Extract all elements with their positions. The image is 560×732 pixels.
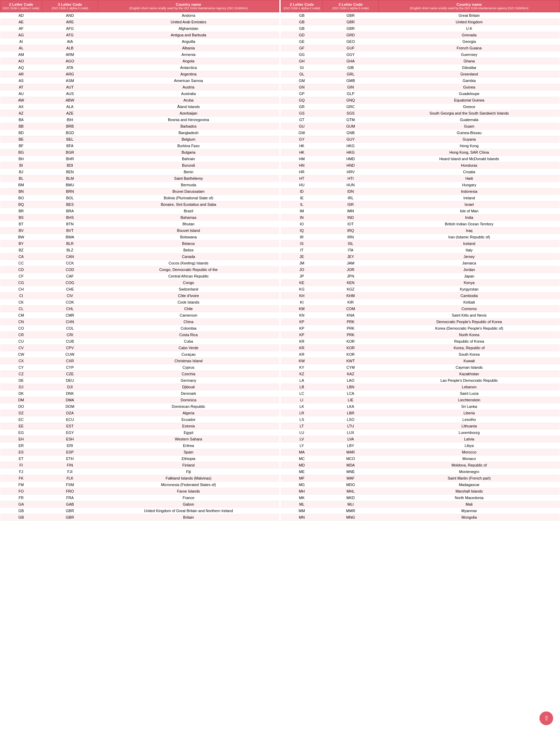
cell-country: Canada: [98, 253, 279, 260]
table-row: ISISLIceland: [281, 240, 560, 247]
cell-country: French Guiana: [378, 45, 560, 51]
cell-2letter: AS: [0, 78, 42, 84]
cell-country: Guinea-Bissau: [378, 130, 560, 136]
cell-3letter: MHL: [323, 488, 379, 495]
table-row: KHKHMCambodia: [281, 293, 560, 299]
cell-3letter: BEL: [42, 136, 98, 143]
cell-2letter: AG: [0, 32, 42, 38]
cell-country: Guyana: [378, 136, 560, 143]
cell-3letter: ECU: [42, 416, 98, 423]
table-row: DJDJIDjibouti: [0, 384, 279, 390]
cell-2letter: AE: [0, 19, 42, 25]
cell-3letter: GRD: [323, 32, 379, 38]
cell-2letter: LK: [281, 403, 322, 410]
table-row: MFMAFSaint Martin (French part): [281, 475, 560, 482]
table-row: CVCPVCabo Verde: [0, 345, 279, 351]
cell-2letter: BV: [0, 227, 42, 234]
cell-2letter: GW: [281, 130, 322, 136]
table-row: CICIVCôte d'Ivoire: [0, 293, 279, 299]
cell-3letter: HKG: [323, 149, 379, 156]
table-row: BWBWABotswana: [0, 234, 279, 240]
cell-3letter: ESH: [42, 436, 98, 442]
table-row: DODOMDominican Republic: [0, 403, 279, 410]
cell-2letter: HN: [281, 162, 322, 169]
table-row: MEMNEMontenegro: [281, 469, 560, 475]
cell-2letter: AR: [0, 71, 42, 78]
cell-country: Morocco: [378, 449, 560, 456]
cell-3letter: AZE: [42, 110, 98, 117]
cell-3letter: DMA: [42, 397, 98, 403]
cell-country: Saint Kitts and Nevis: [378, 312, 560, 319]
cell-country: Mongolia: [378, 514, 560, 521]
cell-2letter: LB: [281, 384, 322, 390]
cell-2letter: IO: [281, 221, 322, 227]
cell-2letter: MC: [281, 456, 322, 462]
cell-2letter: JO: [281, 267, 322, 273]
cell-country: Indonesia: [378, 188, 560, 195]
cell-3letter: BGR: [42, 149, 98, 156]
cell-country: Afghanistan: [98, 25, 279, 32]
cell-2letter: BN: [0, 188, 42, 195]
cell-country: Ethiopia: [98, 456, 279, 462]
cell-3letter: LBN: [323, 384, 379, 390]
cell-country: Falkland Islands (Malvinas): [98, 475, 279, 482]
cell-country: Armenia: [98, 51, 279, 58]
cell-country: Marshall Islands: [378, 488, 560, 495]
table-row: HRHRVCroatia: [281, 169, 560, 175]
cell-3letter: BRB: [42, 123, 98, 130]
cell-2letter: BL: [0, 175, 42, 182]
cell-3letter: LCA: [323, 390, 379, 397]
table-row: AXALAÅland Islands: [0, 104, 279, 110]
table-row: LYLBYLibya: [281, 442, 560, 449]
cell-2letter: BE: [0, 136, 42, 143]
cell-3letter: BFA: [42, 143, 98, 149]
table-row: AQATAAntarctica: [0, 64, 279, 71]
table-row: FIFINFinland: [0, 462, 279, 469]
cell-3letter: BDI: [42, 162, 98, 169]
cell-country: Hong Kong: [378, 143, 560, 149]
cell-3letter: MNE: [323, 469, 379, 475]
cell-2letter: BR: [0, 208, 42, 214]
table-row: CDCODCongo, Democratic Republic of the: [0, 267, 279, 273]
cell-2letter: LA: [281, 377, 322, 384]
table-row: FMFSMMicronesia (Federated States of): [0, 482, 279, 488]
cell-country: Gabon: [98, 501, 279, 508]
cell-3letter: MNG: [323, 514, 379, 521]
cell-3letter: HND: [323, 162, 379, 169]
cell-3letter: CRI: [42, 332, 98, 338]
table-row: GTGTMGuatemala: [281, 117, 560, 123]
cell-3letter: JEY: [323, 253, 379, 260]
cell-country: Japan: [378, 273, 560, 280]
table-row: BVBVTBouvet Island: [0, 227, 279, 234]
cell-3letter: CHL: [42, 306, 98, 312]
table-row: KPPRKDemocratic People's Republic of Kor…: [281, 319, 560, 325]
cell-country: Belgium: [98, 136, 279, 143]
cell-country: Bosnia and Herzegovina: [98, 117, 279, 123]
table-row: LVLVALatvia: [281, 436, 560, 442]
cell-2letter: BA: [0, 117, 42, 123]
cell-2letter: CW: [0, 351, 42, 358]
cell-3letter: FRO: [42, 488, 98, 495]
table-row: KGKGZKyrgyzstan: [281, 286, 560, 293]
cell-3letter: MDG: [323, 482, 379, 488]
cell-3letter: MKD: [323, 495, 379, 501]
cell-country: Bouvet Island: [98, 227, 279, 234]
cell-country: Cuba: [98, 338, 279, 345]
cell-country: Guam: [378, 123, 560, 130]
cell-country: Croatia: [378, 169, 560, 175]
cell-country: Sri Lanka: [378, 403, 560, 410]
cell-country: Kenya: [378, 280, 560, 286]
cell-country: Liechtenstein: [378, 397, 560, 403]
cell-2letter: CA: [0, 253, 42, 260]
cell-country: Jersey: [378, 253, 560, 260]
table-row: ESESPSpain: [0, 449, 279, 456]
table-row: ERERIEritrea: [0, 442, 279, 449]
cell-2letter: GB: [281, 12, 322, 19]
cell-country: Côte d'Ivoire: [98, 293, 279, 299]
cell-2letter: GU: [281, 123, 322, 130]
cell-country: Israel: [378, 201, 560, 208]
cell-country: Aruba: [98, 97, 279, 104]
table-row: BQBESBonaire, Sint Eustatius and Saba: [0, 201, 279, 208]
cell-country: Democratic People's Republic of Korea: [378, 319, 560, 325]
cell-3letter: MCO: [323, 456, 379, 462]
